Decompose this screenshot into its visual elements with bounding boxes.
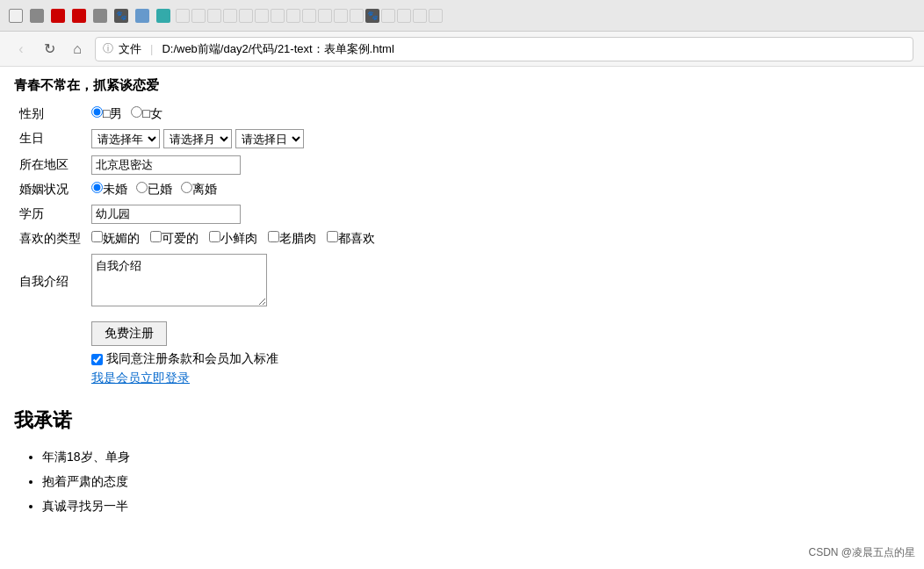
tab-icon-9 <box>176 9 190 23</box>
promise-item-3: 真诚寻找另一半 <box>42 493 910 518</box>
submit-cell: 免费注册 我同意注册条款和会员加入标准 我是会员立即登录 <box>86 313 387 390</box>
tab-icon-5 <box>91 7 109 25</box>
marital-divorced-radio[interactable] <box>181 182 192 193</box>
intro-row: 自我介绍 自我介绍 <box>14 250 387 313</box>
tab-icon-11 <box>207 9 221 23</box>
birthday-year-select[interactable]: 请选择年 <box>91 129 160 148</box>
agree-row: 我同意注册条款和会员加入标准 <box>91 351 382 367</box>
browser-tabs: 🐾 🐾 <box>0 0 924 32</box>
gender-label: 性别 <box>14 103 86 126</box>
location-label: 所在地区 <box>14 152 86 178</box>
likes-row: 喜欢的类型 妩媚的 可爱的 小鲜肉 老腊肉 都喜欢 <box>14 227 387 250</box>
watermark: CSDN @凌晨五点的星 <box>808 545 915 560</box>
likes-inputs: 妩媚的 可爱的 小鲜肉 老腊肉 都喜欢 <box>86 227 387 250</box>
likes-charming-checkbox[interactable] <box>91 231 103 242</box>
education-input-cell <box>86 201 387 227</box>
address-bar[interactable]: ⓘ 文件 | D:/web前端/day2/代码/21-text：表单案例.htm… <box>95 37 913 61</box>
tab-icon-24 <box>413 9 427 23</box>
tab-icon-14 <box>255 9 269 23</box>
tab-icon-10 <box>191 9 206 23</box>
page-content: 青春不常在，抓紧谈恋爱 性别 □男 □女 生日 请选择年 请选择月 <box>0 67 924 529</box>
agree-label: 我同意注册条款和会员加入标准 <box>106 351 278 367</box>
tab-icon-23 <box>397 9 411 23</box>
gender-female-radio[interactable] <box>131 106 142 118</box>
birthday-inputs: 请选择年 请选择月 请选择日 <box>86 126 387 152</box>
tab-icon-18 <box>318 9 332 23</box>
submit-button[interactable]: 免费注册 <box>91 321 167 346</box>
tab-icon-2 <box>28 7 46 25</box>
tab-icon-20 <box>350 9 364 23</box>
home-button[interactable]: ⌂ <box>67 39 88 60</box>
location-input-cell <box>86 152 387 178</box>
intro-textarea[interactable]: 自我介绍 <box>91 254 267 306</box>
address-file-label: 文件 <box>119 41 141 57</box>
tab-icon-22 <box>381 9 395 23</box>
likes-fresh-checkbox[interactable] <box>209 231 220 242</box>
tab-icon-1 <box>7 7 25 25</box>
likes-cute-label[interactable]: 可爱的 <box>150 231 202 245</box>
likes-label: 喜欢的类型 <box>14 227 86 250</box>
education-row: 学历 <box>14 201 387 227</box>
likes-all-checkbox[interactable] <box>327 231 338 242</box>
page-title: 青春不常在，抓紧谈恋爱 <box>14 77 910 94</box>
education-label: 学历 <box>14 201 86 227</box>
marital-row: 婚姻状况 未婚 已婚 离婚 <box>14 178 387 201</box>
tab-icon-8 <box>155 7 172 25</box>
marital-divorced-label[interactable]: 离婚 <box>181 182 217 196</box>
likes-charming-label[interactable]: 妩媚的 <box>91 231 143 245</box>
tab-icon-3 <box>49 7 67 25</box>
address-path: D:/web前端/day2/代码/21-text：表单案例.html <box>162 41 393 57</box>
location-row: 所在地区 <box>14 152 387 178</box>
tab-icon-25 <box>429 9 443 23</box>
promise-list: 年满18岁、单身 抱着严肃的态度 真诚寻找另一半 <box>14 444 910 518</box>
promise-item-1: 年满18岁、单身 <box>42 444 910 469</box>
promise-title: 我承诺 <box>14 407 910 434</box>
likes-fresh-label[interactable]: 小鲜肉 <box>209 231 261 245</box>
tab-icon-12 <box>223 9 237 23</box>
likes-cute-checkbox[interactable] <box>150 231 162 242</box>
marital-married-radio[interactable] <box>136 182 148 193</box>
marital-unmarried-radio[interactable] <box>91 182 103 193</box>
tab-icon-13 <box>239 9 253 23</box>
tab-icon-7 <box>134 7 151 25</box>
promise-item-2: 抱着严肃的态度 <box>42 469 910 493</box>
gender-male-radio[interactable] <box>91 106 103 118</box>
tab-icon-6: 🐾 <box>112 7 130 25</box>
agree-checkbox[interactable] <box>91 354 103 365</box>
submit-row: 免费注册 我同意注册条款和会员加入标准 我是会员立即登录 <box>14 313 387 390</box>
tab-icon-15 <box>271 9 285 23</box>
likes-old-label[interactable]: 老腊肉 <box>268 231 320 245</box>
back-button[interactable]: ‹ <box>11 39 32 60</box>
browser-toolbar: ‹ ↻ ⌂ ⓘ 文件 | D:/web前端/day2/代码/21-text：表单… <box>0 32 924 67</box>
birthday-label: 生日 <box>14 126 86 152</box>
intro-input-cell: 自我介绍 <box>86 250 387 313</box>
marital-label: 婚姻状况 <box>14 178 86 201</box>
birthday-day-select[interactable]: 请选择日 <box>235 129 304 148</box>
marital-inputs: 未婚 已婚 离婚 <box>86 178 387 201</box>
info-icon: ⓘ <box>103 41 113 56</box>
gender-male-label[interactable]: □男 <box>91 106 126 120</box>
likes-old-checkbox[interactable] <box>268 231 279 242</box>
location-input[interactable] <box>91 155 241 175</box>
gender-row: 性别 □男 □女 <box>14 103 387 126</box>
gender-inputs: □男 □女 <box>86 103 387 126</box>
tab-icon-19 <box>334 9 348 23</box>
registration-form: 性别 □男 □女 生日 请选择年 请选择月 请选择日 <box>14 103 387 390</box>
tab-icon-4 <box>70 7 88 25</box>
intro-label: 自我介绍 <box>14 250 86 313</box>
address-separator: | <box>150 42 153 55</box>
birthday-row: 生日 请选择年 请选择月 请选择日 <box>14 126 387 152</box>
education-input[interactable] <box>91 205 241 224</box>
birthday-month-select[interactable]: 请选择月 <box>163 129 232 148</box>
gender-female-label[interactable]: □女 <box>131 106 162 120</box>
likes-all-label[interactable]: 都喜欢 <box>327 231 375 245</box>
marital-unmarried-label[interactable]: 未婚 <box>91 182 131 196</box>
tab-icon-16 <box>286 9 300 23</box>
login-link[interactable]: 我是会员立即登录 <box>91 371 382 386</box>
marital-married-label[interactable]: 已婚 <box>136 182 176 196</box>
refresh-button[interactable]: ↻ <box>39 39 60 60</box>
tab-icon-17 <box>302 9 316 23</box>
